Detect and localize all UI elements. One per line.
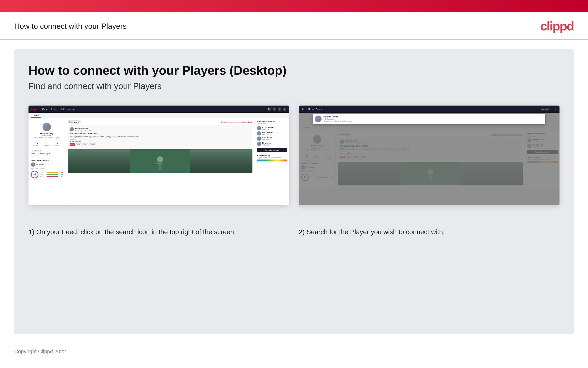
svg-point-1 <box>157 156 163 162</box>
heatmap-title: Team Heatmap <box>257 154 287 156</box>
screenshot-1: clippd Home Teams My Performance 🔍 👤 ⚙ ● <box>28 106 289 205</box>
mini-nav-1: clippd Home Teams My Performance 🔍 👤 ⚙ ● <box>28 106 289 113</box>
profile-card: Blair McHarg Golf Coach Mill Ride Golf C… <box>31 121 63 140</box>
heatmap-period: Player Quality · 20 Round Trend <box>257 157 287 158</box>
activity-meta: Duration <box>70 138 251 140</box>
feed-tab[interactable]: Feed <box>31 113 41 118</box>
logo: clippd <box>540 19 574 33</box>
activities-label: Activities <box>33 145 39 146</box>
tag-ott: OTT <box>70 143 75 146</box>
activity-date-loc: Yesterday · The Grove <box>75 129 91 131</box>
latest-label: Latest Activity <box>31 150 63 152</box>
activities-stat: 129 Activities <box>33 142 39 146</box>
player-perf-title: Player Performance <box>31 159 63 161</box>
active-player-1: Richard Butler Activities: 7 <box>257 126 287 130</box>
activity-photo <box>68 149 253 173</box>
followers-num: 3 <box>43 142 50 145</box>
dropdown-icon[interactable]: ▾ <box>62 164 63 166</box>
player-name-sm: Eli Vincent <box>36 164 61 166</box>
profile-name: Blair McHarg <box>31 132 63 135</box>
active-players-title: Most Active Players <box>257 120 287 122</box>
search-result-avatar <box>315 116 322 122</box>
page-title: How to connect with your Players <box>14 22 127 31</box>
active-acts-1: Activities: 7 <box>262 128 287 130</box>
app-val: 70 <box>59 174 63 175</box>
search-result-info: Marcus Turner 1-5 Handicap Cypress Point… <box>324 116 352 122</box>
heatmap-bar <box>257 159 287 161</box>
activity-avatar <box>70 127 74 131</box>
activities-num: 129 <box>33 142 39 145</box>
activity-card: Richard Butler Yesterday · The Grove Pre… <box>68 125 253 148</box>
heatmap-min: -5 <box>257 162 258 163</box>
active-info-3: Hiral Pujara Activities: 3 <box>262 137 287 140</box>
activity-desc: Walking the course with my coach to buil… <box>70 136 251 138</box>
screenshots-row: clippd Home Teams My Performance 🔍 👤 ⚙ ● <box>28 106 560 205</box>
settings-icon[interactable]: ⚙ <box>278 107 281 111</box>
search-result-row: Marcus Turner 1-5 Handicap Cypress Point… <box>315 116 543 122</box>
tag-putt: PUTT <box>89 143 96 146</box>
followers-stat: 3 Followers <box>43 142 50 146</box>
active-player-3: Hiral Pujara Activities: 3 <box>257 137 287 141</box>
tag-arg: ARG <box>82 143 88 146</box>
following-btn[interactable]: Following ▾ <box>68 120 80 124</box>
top-bar <box>0 0 588 12</box>
player-select-row: Eli Vincent ▾ <box>31 162 63 167</box>
mini-right-panel: Most Active Players Last 30 days Richard… <box>255 118 289 205</box>
avatar <box>43 123 51 131</box>
following-label: Following <box>54 145 61 146</box>
arg-bar <box>46 176 58 177</box>
profile-role: Golf Coach <box>31 135 63 137</box>
active-avatar-2 <box>257 131 261 136</box>
mini-app-2: 🔍 Marcus Turner CLEAR × Marcus Turner 1-… <box>299 106 560 205</box>
active-acts-4: Activities: 1 <box>262 144 287 146</box>
mini-nav-links: Home Teams My Performance <box>42 108 76 110</box>
search-result-dropdown: Marcus Turner 1-5 Handicap Cypress Point… <box>313 114 545 124</box>
active-avatar-3 <box>257 137 261 141</box>
team-dashboard-btn[interactable]: Team Dashboard <box>257 148 287 152</box>
quality-label: Total Player Quality <box>31 167 63 169</box>
main-content: How to connect with your Players (Deskto… <box>14 49 574 334</box>
close-icon[interactable]: × <box>555 107 557 111</box>
ott-bar <box>46 172 58 173</box>
avatar-img <box>43 123 51 131</box>
following-stat: 4 Following <box>54 142 61 146</box>
duration-val: 02 hr : 00 min <box>70 140 251 142</box>
tag-app: APP <box>76 143 81 146</box>
active-name-3: Hiral Pujara <box>262 137 287 139</box>
duration-label: Duration <box>70 138 76 140</box>
search-icon[interactable]: 🔍 <box>267 107 271 111</box>
app-bar <box>46 174 58 175</box>
svg-rect-3 <box>156 163 161 164</box>
mini-nav-home[interactable]: Home <box>42 108 48 110</box>
control-link[interactable]: Control who can see your activity and da… <box>221 121 253 123</box>
caption-2: 2) Search for the Player you wish to con… <box>299 220 560 244</box>
followers-label: Followers <box>43 145 50 146</box>
arg-val: 61 <box>59 176 63 178</box>
avatar-icon[interactable]: ● <box>283 107 286 111</box>
following-num: 4 <box>54 142 61 145</box>
active-acts-3: Activities: 3 <box>262 139 287 140</box>
active-info-2: Piers Parnell Activities: 4 <box>262 131 287 135</box>
search-value[interactable]: Marcus Turner <box>308 108 537 110</box>
footer: Copyright Clippd 2022 <box>0 344 588 359</box>
mini-left-panel: Blair McHarg Golf Coach Mill Ride Golf C… <box>28 118 65 205</box>
mini-nav-2: 🔍 Marcus Turner CLEAR × <box>299 106 560 113</box>
active-info-4: Eli Vincent Activities: 1 <box>262 142 287 146</box>
mini-nav-performance[interactable]: My Performance <box>60 108 76 110</box>
main-subheading: Find and connect with your Players <box>28 81 560 91</box>
active-player-2: Piers Parnell Activities: 4 <box>257 131 287 136</box>
mini-center-panel: Following ▾ Control who can see your act… <box>65 118 255 205</box>
heatmap-max: +5 <box>286 162 287 163</box>
quality-score: 84 <box>31 171 38 178</box>
ott-label: OTT <box>40 172 46 173</box>
latest-val: Afternoon round of golf <box>31 152 63 155</box>
person-icon[interactable]: 👤 <box>273 107 276 111</box>
caption-row: 1) On your Feed, click on the search ico… <box>28 220 560 244</box>
active-player-4: Eli Vincent Activities: 1 <box>257 142 287 146</box>
active-name-1: Richard Butler <box>262 126 287 128</box>
mini-body-1: Blair McHarg Golf Coach Mill Ride Golf C… <box>28 118 289 205</box>
search-result-name: Marcus Turner <box>324 116 352 118</box>
mini-logo-1: clippd <box>31 108 38 110</box>
clear-btn[interactable]: CLEAR <box>541 108 550 110</box>
mini-nav-teams[interactable]: Teams <box>51 108 57 110</box>
